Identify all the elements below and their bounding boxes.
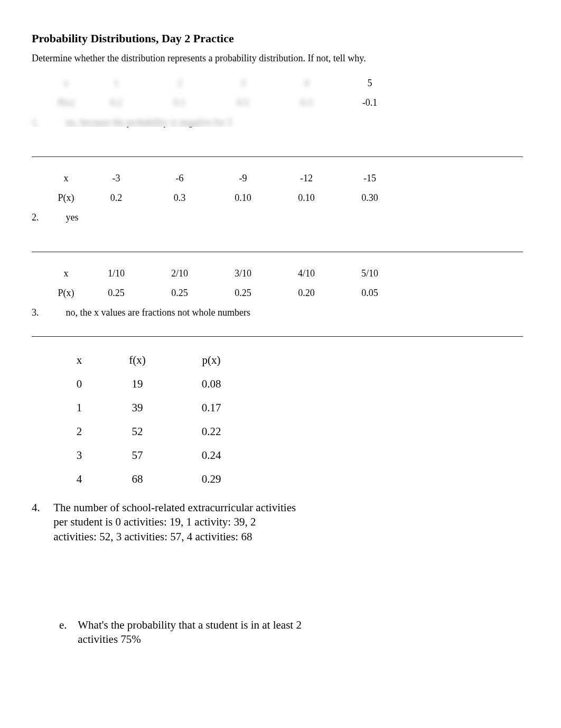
q4-row4-f: 68 [100, 467, 174, 491]
q4-row2-p: 0.22 [174, 420, 248, 444]
q1-x-label: x [48, 73, 85, 93]
q1-answer: no, because the probability is negative … [66, 117, 232, 128]
blur-overlay-bottom [42, 693, 127, 708]
q1-x-4: 5 [338, 73, 401, 93]
q4-row1-f: 39 [100, 396, 174, 420]
q2-x-1: -6 [148, 169, 211, 188]
q1-number: 1. [32, 117, 58, 128]
q3-p-label: P(x) [48, 283, 85, 303]
q1-p-4: -0.1 [338, 93, 401, 113]
table-row: 2 52 0.22 [58, 420, 248, 444]
q4-sub-e-text: What's the probability that a student is… [78, 618, 321, 647]
q3-x-2: 3/10 [211, 264, 275, 283]
q3-p-4: 0.05 [338, 283, 401, 303]
q1-table: x 1 2 3 4 5 P(x) 0.2 0.1 0.5 0.3 -0.1 [48, 73, 401, 113]
q2-x-3: -12 [275, 169, 338, 188]
table-row: x -3 -6 -9 -12 -15 [48, 169, 401, 188]
q1-x-0: 1 [85, 73, 148, 93]
q4-row3-x: 3 [58, 444, 100, 467]
q2-number: 2. [32, 212, 58, 223]
q4-row0-p: 0.08 [174, 372, 248, 396]
q4-row2-x: 2 [58, 420, 100, 444]
q4-number: 4. [32, 501, 51, 515]
q4-row0-f: 19 [100, 372, 174, 396]
table-row: 1 39 0.17 [58, 396, 248, 420]
q4-header-p: p(x) [174, 348, 248, 372]
divider [32, 336, 523, 337]
q3-p-2: 0.25 [211, 283, 275, 303]
question-4-block: x f(x) p(x) 0 19 0.08 1 39 0.17 2 52 0.2… [32, 348, 529, 647]
q2-p-0: 0.2 [85, 188, 148, 208]
table-row: x 1/10 2/10 3/10 4/10 5/10 [48, 264, 401, 283]
q4-table: x f(x) p(x) 0 19 0.08 1 39 0.17 2 52 0.2… [58, 348, 248, 491]
table-row: x f(x) p(x) [58, 348, 248, 372]
divider [32, 252, 523, 252]
table-row: 4 68 0.29 [58, 467, 248, 491]
q2-answer: yes [66, 212, 79, 223]
q1-p-label: P(x) [48, 93, 85, 113]
table-row: 0 19 0.08 [58, 372, 248, 396]
q2-p-3: 0.10 [275, 188, 338, 208]
q3-table: x 1/10 2/10 3/10 4/10 5/10 P(x) 0.25 0.2… [48, 264, 401, 303]
q4-row2-f: 52 [100, 420, 174, 444]
q2-p-label: P(x) [48, 188, 85, 208]
q2-x-0: -3 [85, 169, 148, 188]
q4-row4-p: 0.29 [174, 467, 248, 491]
q3-number: 3. [32, 307, 58, 318]
q4-sub-e: e. What's the probability that a student… [59, 618, 334, 647]
q4-prompt: The number of school-related extracurric… [53, 501, 302, 544]
table-row: x 1 2 3 4 5 [48, 73, 401, 93]
q1-answer-row: 1. no, because the probability is negati… [32, 117, 529, 144]
q1-x-3: 4 [275, 73, 338, 93]
q2-p-1: 0.3 [148, 188, 211, 208]
q4-row1-x: 1 [58, 396, 100, 420]
instruction-text: Determine whether the distribution repre… [32, 53, 529, 64]
table-row: P(x) 0.2 0.3 0.10 0.10 0.30 [48, 188, 401, 208]
q1-p-2: 0.5 [211, 93, 275, 113]
q1-p-1: 0.1 [148, 93, 211, 113]
q3-x-0: 1/10 [85, 264, 148, 283]
q2-p-4: 0.30 [338, 188, 401, 208]
q1-x-1: 2 [148, 73, 211, 93]
q4-row3-f: 57 [100, 444, 174, 467]
table-row: 3 57 0.24 [58, 444, 248, 467]
q4-header-f: f(x) [100, 348, 174, 372]
q4-sub-e-letter: e. [59, 618, 75, 632]
divider [32, 156, 523, 157]
q3-x-3: 4/10 [275, 264, 338, 283]
q4-row1-p: 0.17 [174, 396, 248, 420]
q2-answer-row: 2. yes [32, 212, 529, 239]
q4-row4-x: 4 [58, 467, 100, 491]
q1-p-0: 0.2 [85, 93, 148, 113]
page-title: Probability Distributions, Day 2 Practic… [32, 32, 529, 45]
q2-x-4: -15 [338, 169, 401, 188]
question-3-block: x 1/10 2/10 3/10 4/10 5/10 P(x) 0.25 0.2… [32, 264, 529, 324]
q2-x-label: x [48, 169, 85, 188]
q3-p-0: 0.25 [85, 283, 148, 303]
question-1-block: x 1 2 3 4 5 P(x) 0.2 0.1 0.5 0.3 -0.1 1.… [32, 73, 529, 144]
q1-p-3: 0.3 [275, 93, 338, 113]
q4-row0-x: 0 [58, 372, 100, 396]
q2-table: x -3 -6 -9 -12 -15 P(x) 0.2 0.3 0.10 0.1… [48, 169, 401, 208]
table-row: P(x) 0.25 0.25 0.25 0.20 0.05 [48, 283, 401, 303]
q2-x-2: -9 [211, 169, 275, 188]
q3-x-4: 5/10 [338, 264, 401, 283]
q1-x-2: 3 [211, 73, 275, 93]
question-2-block: x -3 -6 -9 -12 -15 P(x) 0.2 0.3 0.10 0.1… [32, 169, 529, 239]
q2-p-2: 0.10 [211, 188, 275, 208]
q4-question-text: 4. The number of school-related extracur… [32, 501, 306, 544]
q3-x-1: 2/10 [148, 264, 211, 283]
q3-answer-row: 3. no, the x values are fractions not wh… [32, 307, 529, 324]
q4-row3-p: 0.24 [174, 444, 248, 467]
q3-p-3: 0.20 [275, 283, 338, 303]
q3-x-label: x [48, 264, 85, 283]
table-row: P(x) 0.2 0.1 0.5 0.3 -0.1 [48, 93, 401, 113]
q3-p-1: 0.25 [148, 283, 211, 303]
q4-header-x: x [58, 348, 100, 372]
q3-answer: no, the x values are fractions not whole… [66, 307, 250, 318]
